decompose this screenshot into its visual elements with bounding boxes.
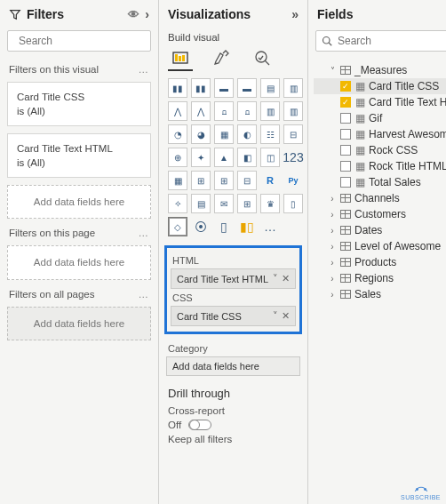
remove-field-icon[interactable]: ✕	[282, 273, 290, 284]
chevron-down-icon[interactable]: ˅	[273, 273, 278, 284]
well-category-dropzone[interactable]: Add data fields here	[166, 356, 300, 376]
checkbox[interactable]	[340, 161, 351, 172]
format-visual-tab[interactable]	[209, 46, 234, 71]
viz-more-icon[interactable]: …	[260, 217, 280, 236]
viz-type-icon[interactable]: ▦	[168, 171, 187, 190]
table-icon	[340, 290, 351, 299]
caret-down-icon: ˅	[328, 66, 337, 76]
table-row[interactable]: ›Products	[314, 254, 446, 270]
field-row[interactable]: ▦Total Sales	[314, 174, 446, 190]
filters-collapse-icon[interactable]: ›	[143, 7, 151, 21]
viz-type-icon[interactable]: ▥	[283, 78, 303, 98]
viz-type-icon[interactable]: ▮▮	[168, 78, 187, 98]
viz-type-r-icon[interactable]: R	[260, 171, 280, 190]
viz-type-icon[interactable]: ⋀	[191, 101, 211, 121]
viz-type-icon[interactable]: ⊟	[237, 171, 257, 190]
viz-type-icon[interactable]: ▬	[214, 78, 234, 98]
viz-type-icon[interactable]: ⊕	[168, 148, 187, 167]
fields-search-input[interactable]	[338, 35, 446, 47]
viz-type-icon[interactable]: ▯	[214, 217, 234, 236]
viz-type-icon[interactable]: ▮▯	[237, 217, 257, 236]
chevron-down-icon[interactable]: ˅	[273, 310, 278, 322]
checkbox[interactable]: ✓	[340, 81, 351, 92]
build-tabs	[159, 44, 307, 71]
filter-card[interactable]: Card Title CSS is (All)	[7, 82, 151, 126]
eye-icon[interactable]: 👁	[128, 8, 139, 21]
svg-point-6	[323, 37, 331, 44]
filter-add-dropzone[interactable]: Add data fields here	[7, 245, 151, 279]
field-row[interactable]: ▦Gif	[314, 110, 446, 126]
viz-type-icon[interactable]: ⩍	[214, 101, 234, 121]
table-row[interactable]: ›Regions	[314, 270, 446, 286]
measure-icon: ▦	[354, 144, 365, 156]
viz-type-icon[interactable]: ⊞	[191, 171, 211, 190]
viz-type-icon[interactable]: ⊟	[283, 124, 303, 144]
filter-add-dropzone[interactable]: Add data fields here	[7, 307, 151, 340]
viz-type-icon[interactable]: ⟡	[168, 194, 187, 213]
viz-type-icon[interactable]: ▤	[260, 78, 280, 98]
viz-type-icon[interactable]: ▥	[283, 101, 303, 121]
svg-rect-4	[182, 55, 185, 61]
well-field-html[interactable]: Card Title Text HTML ˅✕	[171, 268, 296, 289]
viz-type-icon[interactable]: ◕	[191, 124, 211, 144]
fields-search[interactable]	[315, 30, 446, 52]
remove-field-icon[interactable]: ✕	[282, 310, 290, 322]
field-row[interactable]: ✓▦Card Title Text H...	[314, 94, 446, 110]
filter-card-name: Card Title Text HTML	[17, 141, 141, 156]
field-row[interactable]: ▦Harvest Awesome	[314, 126, 446, 142]
viz-type-py-icon[interactable]: Py	[283, 171, 303, 190]
checkbox[interactable]	[340, 145, 351, 156]
viz-type-icon[interactable]: 123	[283, 148, 303, 167]
table-row[interactable]: ›Customers	[314, 206, 446, 222]
viz-type-icon[interactable]: ▮▮	[191, 78, 211, 98]
checkbox[interactable]	[340, 177, 351, 188]
analytics-tab[interactable]	[250, 46, 275, 71]
viz-type-icon[interactable]: ⊞	[237, 194, 257, 213]
more-icon[interactable]: …	[139, 228, 150, 238]
viz-type-icon[interactable]: ▯	[283, 194, 303, 213]
filters-search[interactable]	[7, 30, 151, 52]
field-row[interactable]: ▦Rock CSS	[314, 142, 446, 158]
viz-type-icon[interactable]: ◔	[168, 124, 187, 144]
viz-type-icon[interactable]: ⩍	[237, 101, 257, 121]
filters-search-input[interactable]	[19, 35, 152, 47]
field-row[interactable]: ✓▦Card Title CSS	[314, 78, 446, 94]
viz-type-icon[interactable]: ▥	[260, 101, 280, 121]
viz-collapse-icon[interactable]: »	[290, 7, 300, 21]
subscribe-badge[interactable]: SUBSCRIBE	[401, 483, 441, 500]
viz-type-icon[interactable]: ◐	[237, 124, 257, 144]
table-row[interactable]: ›Channels	[314, 190, 446, 206]
viz-type-icon[interactable]: ⦿	[191, 217, 211, 236]
filter-add-dropzone[interactable]: Add data fields here	[7, 185, 151, 219]
viz-type-icon[interactable]: ◧	[237, 148, 257, 167]
viz-type-icon[interactable]: ✦	[191, 148, 211, 167]
table-row[interactable]: ›Level of Awesome	[314, 238, 446, 254]
table-name: Sales	[354, 288, 381, 300]
table-row[interactable]: ›Dates	[314, 222, 446, 238]
checkbox[interactable]	[340, 129, 351, 140]
checkbox[interactable]: ✓	[340, 97, 351, 108]
checkbox[interactable]	[340, 113, 351, 124]
viz-type-icon[interactable]: ✉	[214, 194, 234, 213]
well-field-css[interactable]: Card Title CSS ˅✕	[171, 306, 296, 326]
viz-type-selected-icon[interactable]: ◇	[168, 217, 187, 236]
viz-type-icon[interactable]: ◫	[260, 148, 280, 167]
table-row[interactable]: ›Sales	[314, 286, 446, 302]
viz-type-icon[interactable]: ▤	[191, 194, 211, 213]
filter-card[interactable]: Card Title Text HTML is (All)	[7, 133, 151, 178]
field-row[interactable]: ▦Rock Title HTML	[314, 158, 446, 174]
viz-type-icon[interactable]: ⊞	[214, 171, 234, 190]
viz-type-icon[interactable]: ▬	[237, 78, 257, 98]
field-name: Rock CSS	[369, 144, 418, 156]
viz-type-icon[interactable]: ▲	[214, 148, 234, 167]
cross-report-toggle[interactable]	[188, 420, 211, 430]
more-icon[interactable]: …	[139, 289, 150, 300]
more-icon[interactable]: …	[139, 64, 150, 75]
table-row-measures[interactable]: ˅ _Measures	[314, 62, 446, 78]
viz-type-icon[interactable]: ▦	[214, 124, 234, 144]
caret-right-icon: ›	[328, 210, 337, 220]
viz-type-icon[interactable]: ⋀	[168, 101, 187, 121]
build-visual-tab[interactable]	[168, 46, 193, 71]
viz-type-icon[interactable]: ☷	[260, 124, 280, 144]
viz-type-icon[interactable]: ♛	[260, 194, 280, 213]
